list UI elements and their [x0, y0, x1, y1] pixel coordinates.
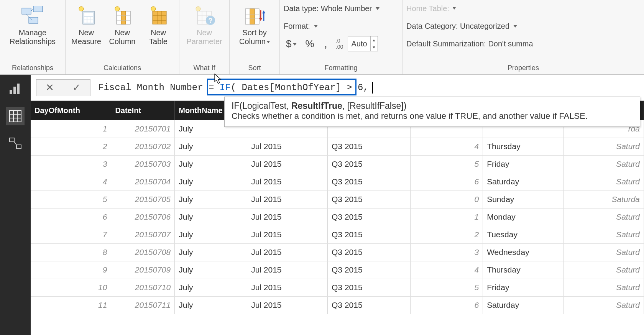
report-view-button[interactable]: [6, 79, 25, 98]
cell-c6[interactable]: Saturday: [483, 173, 564, 190]
cell-dayofmonth[interactable]: 3: [31, 155, 111, 173]
cell-c5[interactable]: 3: [411, 243, 483, 261]
cell-dayofmonth[interactable]: 11: [31, 296, 111, 314]
cell-c6[interactable]: Sunday: [483, 190, 564, 208]
cell-c7[interactable]: Saturd: [564, 138, 644, 155]
data-view-button[interactable]: [6, 107, 25, 125]
cell-c4[interactable]: Q3 2015: [328, 296, 411, 314]
cell-dateint[interactable]: 20150703: [111, 155, 175, 173]
table-row[interactable]: 520150705JulyJul 2015Q3 20150SundaySatur…: [31, 190, 644, 208]
cell-c3[interactable]: Jul 2015: [247, 138, 328, 155]
cell-monthname[interactable]: July: [175, 296, 247, 314]
thousands-button[interactable]: ,: [320, 37, 331, 50]
cell-c7[interactable]: Saturd: [564, 208, 644, 226]
cell-monthname[interactable]: July: [175, 173, 247, 190]
cell-c3[interactable]: Jul 2015: [247, 155, 328, 173]
cell-c6[interactable]: Wednesday: [483, 243, 564, 261]
col-header-dateint[interactable]: DateInt: [111, 101, 175, 120]
cell-dateint[interactable]: 20150706: [111, 208, 175, 226]
cell-dateint[interactable]: 20150705: [111, 190, 175, 208]
manage-relationships-button[interactable]: ManageRelationships: [4, 2, 61, 46]
cell-c5[interactable]: 4: [411, 138, 483, 155]
cell-dayofmonth[interactable]: 5: [31, 190, 111, 208]
cell-c6[interactable]: Thursday: [483, 138, 564, 155]
cell-dayofmonth[interactable]: 9: [31, 261, 111, 279]
cell-monthname[interactable]: July: [175, 155, 247, 173]
cell-dateint[interactable]: 20150701: [111, 120, 175, 138]
cell-dayofmonth[interactable]: 8: [31, 243, 111, 261]
cell-monthname[interactable]: July: [175, 208, 247, 226]
cell-dayofmonth[interactable]: 7: [31, 226, 111, 243]
cell-monthname[interactable]: July: [175, 226, 247, 243]
cell-c5[interactable]: 5: [411, 155, 483, 173]
new-measure-button[interactable]: NewMeasure: [69, 2, 103, 46]
cell-c7[interactable]: Saturd: [564, 155, 644, 173]
cell-monthname[interactable]: July: [175, 243, 247, 261]
cell-c4[interactable]: Q3 2015: [328, 243, 411, 261]
cell-dateint[interactable]: 20150709: [111, 261, 175, 279]
cell-c6[interactable]: Friday: [483, 279, 564, 296]
data-category-dropdown[interactable]: Data Category: Uncategorized: [406, 18, 640, 34]
decimals-down[interactable]: ▼: [371, 44, 378, 51]
default-summarization-dropdown[interactable]: Default Summarization: Don't summa: [406, 36, 640, 51]
cell-monthname[interactable]: July: [175, 261, 247, 279]
cell-c7[interactable]: Saturd: [564, 279, 644, 296]
cell-dayofmonth[interactable]: 2: [31, 138, 111, 155]
cell-c5[interactable]: 0: [411, 190, 483, 208]
cell-c3[interactable]: Jul 2015: [247, 190, 328, 208]
cell-c4[interactable]: Q3 2015: [328, 173, 411, 190]
cell-c5[interactable]: 6: [411, 173, 483, 190]
cell-c3[interactable]: Jul 2015: [247, 261, 328, 279]
cell-c4[interactable]: Q3 2015: [328, 279, 411, 296]
model-view-button[interactable]: [6, 135, 25, 153]
col-header-dayofmonth[interactable]: DayOfMonth: [31, 101, 111, 120]
cell-dateint[interactable]: 20150707: [111, 226, 175, 243]
cell-c6[interactable]: Saturday: [483, 296, 564, 314]
cell-c6[interactable]: Friday: [483, 155, 564, 173]
formula-input[interactable]: Fiscal Month Number = IF ( Dates[MonthOf…: [90, 79, 644, 96]
cell-c4[interactable]: Q3 2015: [328, 190, 411, 208]
cell-dayofmonth[interactable]: 10: [31, 279, 111, 296]
cell-c6[interactable]: Thursday: [483, 261, 564, 279]
cell-c6[interactable]: Tuesday: [483, 226, 564, 243]
table-row[interactable]: 220150702JulyJul 2015Q3 20154ThursdaySat…: [31, 138, 644, 155]
format-dropdown[interactable]: Format:: [284, 18, 398, 34]
currency-button[interactable]: $: [284, 38, 299, 50]
table-row[interactable]: 1020150710JulyJul 2015Q3 20155FridaySatu…: [31, 279, 644, 296]
cell-c7[interactable]: Saturd: [564, 261, 644, 279]
cell-c4[interactable]: Q3 2015: [328, 226, 411, 243]
cell-c5[interactable]: 2: [411, 226, 483, 243]
formula-accept-button[interactable]: ✓: [63, 80, 90, 96]
cell-monthname[interactable]: July: [175, 190, 247, 208]
cell-dateint[interactable]: 20150708: [111, 243, 175, 261]
table-row[interactable]: 620150706JulyJul 2015Q3 20151MondaySatur…: [31, 208, 644, 226]
cell-monthname[interactable]: July: [175, 138, 247, 155]
cell-monthname[interactable]: July: [175, 279, 247, 296]
cell-c3[interactable]: Jul 2015: [247, 173, 328, 190]
formula-cancel-button[interactable]: ✕: [36, 80, 63, 96]
cell-c3[interactable]: Jul 2015: [247, 279, 328, 296]
cell-c4[interactable]: Q3 2015: [328, 208, 411, 226]
table-row[interactable]: 820150708JulyJul 2015Q3 20153WednesdaySa…: [31, 243, 644, 261]
table-row[interactable]: 320150703JulyJul 2015Q3 20155FridaySatur…: [31, 155, 644, 173]
data-type-dropdown[interactable]: Data type: Whole Number: [284, 1, 398, 16]
cell-c4[interactable]: Q3 2015: [328, 261, 411, 279]
new-table-button[interactable]: NewTable: [141, 2, 175, 46]
cell-dateint[interactable]: 20150704: [111, 173, 175, 190]
table-row[interactable]: 720150707JulyJul 2015Q3 20152TuesdaySatu…: [31, 226, 644, 243]
cell-c7[interactable]: Saturd: [564, 173, 644, 190]
cell-c7[interactable]: Saturd: [564, 243, 644, 261]
cell-dateint[interactable]: 20150702: [111, 138, 175, 155]
decimals-spinbox[interactable]: Auto ▲▼: [348, 36, 378, 51]
sort-by-column-button[interactable]: Sort byColumn: [233, 2, 276, 46]
cell-c7[interactable]: Saturd: [564, 226, 644, 243]
table-row[interactable]: 920150709JulyJul 2015Q3 20154ThursdaySat…: [31, 261, 644, 279]
cell-dateint[interactable]: 20150710: [111, 279, 175, 296]
decimals-up[interactable]: ▲: [371, 36, 378, 44]
cell-c3[interactable]: Jul 2015: [247, 243, 328, 261]
percent-button[interactable]: %: [301, 38, 318, 50]
cell-dateint[interactable]: 20150711: [111, 296, 175, 314]
cell-dayofmonth[interactable]: 6: [31, 208, 111, 226]
cell-c7[interactable]: Saturd: [564, 296, 644, 314]
cell-c3[interactable]: Jul 2015: [247, 296, 328, 314]
